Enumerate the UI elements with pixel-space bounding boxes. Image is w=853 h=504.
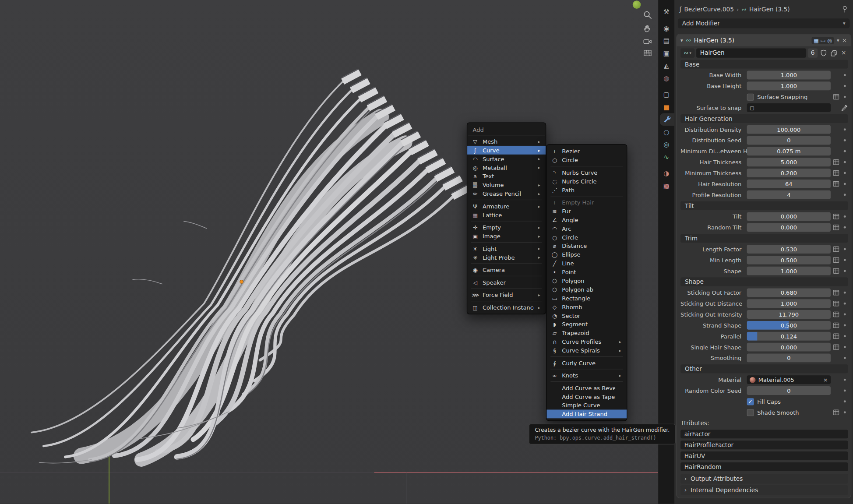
section-header-trim[interactable]: Trim xyxy=(680,234,848,243)
users-count-button[interactable]: 6 xyxy=(808,49,818,58)
attribute-toggle-hair-resolution[interactable] xyxy=(831,180,841,187)
attribute-toggle-hair-thickness[interactable] xyxy=(831,159,841,166)
widget-shape[interactable]: 1.000 xyxy=(747,267,831,275)
add-menu-item-collection-instance[interactable]: ◫Collection Instance▸ xyxy=(467,303,546,312)
add-menu-item-text[interactable]: aText xyxy=(467,172,546,181)
expand-chevron-icon[interactable]: ▾ xyxy=(680,38,683,43)
add-menu-item-speaker[interactable]: ◁Speaker xyxy=(467,278,546,287)
realtime-display-toggle[interactable]: ▭ xyxy=(820,37,825,43)
subpanel-output-attributes[interactable]: ›Output Attributes xyxy=(680,474,848,483)
widget-surface-snapping[interactable]: Surface Snapping xyxy=(747,92,831,101)
material-selector[interactable]: Material.005× xyxy=(747,375,831,384)
curve-submenu-item-knots[interactable]: ∞Knots▸ xyxy=(547,371,627,380)
widget-hair-resolution[interactable]: 64 xyxy=(747,180,831,188)
add-modifier-button[interactable]: Add Modifier ▾ xyxy=(678,18,850,28)
add-menu-item-empty[interactable]: ✛Empty▸ xyxy=(467,223,546,232)
attribute-name-field-airfactor[interactable]: airFactor xyxy=(680,430,848,438)
decorator-shade-smooth[interactable] xyxy=(841,411,848,413)
decorator-strand-shape[interactable] xyxy=(841,324,848,326)
add-menu-item-armature[interactable]: ΨArmature▸ xyxy=(467,202,546,211)
decorator-base-width[interactable] xyxy=(841,74,848,76)
widget-base-width[interactable]: 1.000 xyxy=(747,70,831,79)
modifier-header[interactable]: ▾ ∾ HairGen (3.5) ▦ ▭ ◎ ▾ × xyxy=(677,34,851,46)
curve-submenu-item-trapezoid[interactable]: ▱Trapezoid xyxy=(547,328,627,337)
add-menu-item-mesh[interactable]: ▽Mesh▸ xyxy=(467,137,546,146)
widget-sticking-out-intensity[interactable]: 11.790 xyxy=(747,310,831,319)
curve-submenu-item-nurbs-curve[interactable]: ◝Nurbs Curve xyxy=(547,168,627,177)
add-menu-item-force-field[interactable]: ⋙Force Field▸ xyxy=(467,290,546,299)
widget-random-color-seed[interactable]: 0 xyxy=(747,386,831,395)
object-picker-surface-to-snap[interactable]: ▢ xyxy=(747,103,831,112)
decorator-length-factor[interactable] xyxy=(841,248,848,250)
tab-constraints[interactable]: ◎ xyxy=(658,138,674,151)
node-group-name-field[interactable]: HairGen xyxy=(696,49,806,58)
subpanel-internal-dependencies[interactable]: ›Internal Dependencies xyxy=(680,485,848,495)
widget-random-tilt[interactable]: 0.000 xyxy=(747,223,831,232)
attribute-toggle-sticking-out-distance[interactable] xyxy=(831,300,841,307)
curve-submenu-item-bezier[interactable]: ≀Bezier xyxy=(547,147,627,155)
add-menu-item-surface[interactable]: ◠Surface▸ xyxy=(467,155,546,163)
section-header-tilt[interactable]: Tilt xyxy=(680,201,848,210)
widget-distribution-density[interactable]: 100.000 xyxy=(747,125,831,134)
section-header-base[interactable]: Base xyxy=(680,60,848,69)
breadcrumb-modifier[interactable]: HairGen (3.5) xyxy=(749,6,790,13)
attribute-toggle-single-hair-shape[interactable] xyxy=(831,344,841,350)
tab-modifiers[interactable] xyxy=(660,113,675,126)
tab-object-data[interactable]: ∿ xyxy=(658,151,674,163)
attribute-toggle-random-tilt[interactable] xyxy=(831,224,841,231)
widget-strand-shape[interactable]: 0.500 xyxy=(747,321,831,330)
eyedropper-icon[interactable] xyxy=(841,104,848,111)
zoom-icon[interactable] xyxy=(643,11,652,20)
attribute-name-field-hairuv[interactable]: HairUV xyxy=(680,451,848,460)
curve-submenu-item-line[interactable]: ╱Line xyxy=(547,259,627,268)
checkbox-surface-snapping[interactable] xyxy=(747,93,754,100)
add-menu-item-light-probe[interactable]: ✳Light Probe▸ xyxy=(467,253,546,262)
curve-submenu-item-rectangle[interactable]: ▭Rectangle xyxy=(547,294,627,303)
decorator-profile-resolution[interactable] xyxy=(841,194,848,196)
widget-single-hair-shape[interactable]: 0.000 xyxy=(747,343,831,352)
decorator-single-hair-shape[interactable] xyxy=(841,346,848,348)
unlink-material-icon[interactable]: × xyxy=(823,377,828,383)
attribute-toggle-minimum-thickness[interactable] xyxy=(831,170,841,176)
decorator-hair-thickness[interactable] xyxy=(841,161,848,163)
curve-submenu-item-add-curve-as-taper[interactable]: Add Curve as Taper xyxy=(547,392,627,401)
browse-node-group-button[interactable]: ∾▾ xyxy=(680,49,694,58)
section-header-other[interactable]: Other xyxy=(680,364,848,373)
add-menu-item-lattice[interactable]: ▦Lattice xyxy=(467,211,546,219)
attribute-toggle-parallel[interactable] xyxy=(831,333,841,339)
tab-collection[interactable]: ▢ xyxy=(658,88,674,101)
nav-gizmo-axis-ball[interactable] xyxy=(633,0,641,9)
attribute-toggle-sticking-out-intensity[interactable] xyxy=(831,311,841,318)
attribute-toggle-shade-smooth[interactable] xyxy=(831,409,841,416)
curve-submenu-item-empty-hair[interactable]: ≀Empty Hair xyxy=(547,198,627,207)
extras-chevron-icon[interactable]: ▾ xyxy=(837,38,839,43)
curve-submenu-item-curly-curve[interactable]: ∮Curly Curve xyxy=(547,359,627,367)
ortho-grid-icon[interactable] xyxy=(643,49,652,58)
section-header-hair-generation[interactable]: Hair Generation xyxy=(680,114,848,123)
widget-fill-caps[interactable]: ✓Fill Caps xyxy=(747,397,831,406)
curve-submenu-item-add-curve-as-bevel[interactable]: Add Curve as Bevel xyxy=(547,384,627,392)
tab-world[interactable]: ◍ xyxy=(658,72,674,85)
widget-smoothing[interactable]: 0 xyxy=(747,353,831,362)
editmode-display-toggle[interactable]: ▦ xyxy=(814,37,819,43)
curve-submenu-item-segment[interactable]: ◗Segment xyxy=(547,320,627,328)
tab-material[interactable]: ◑ xyxy=(658,167,674,180)
unlink-node-group-icon[interactable]: × xyxy=(840,49,847,56)
curve-submenu-item-curve-profiles[interactable]: ∩Curve Profiles▸ xyxy=(547,337,627,346)
duplicate-node-group-icon[interactable] xyxy=(830,50,839,56)
widget-distribution-seed[interactable]: 0 xyxy=(747,136,831,145)
curve-submenu-item-add-hair-strand[interactable]: Add Hair Strand xyxy=(547,409,627,418)
decorator-hair-resolution[interactable] xyxy=(841,183,848,185)
curve-submenu-item-sector[interactable]: ◔Sector xyxy=(547,311,627,320)
add-menu-item-volume[interactable]: ▒Volume▸ xyxy=(467,180,546,189)
decorator-random-tilt[interactable] xyxy=(841,226,848,229)
curve-submenu-item-curve-spirals[interactable]: §Curve Spirals▸ xyxy=(547,346,627,355)
decorator-material[interactable] xyxy=(841,379,848,381)
close-modifier-icon[interactable]: × xyxy=(842,37,847,44)
tab-view-layer[interactable]: ▣ xyxy=(658,47,674,60)
camera-view-icon[interactable] xyxy=(643,37,652,46)
attribute-toggle-length-factor[interactable] xyxy=(831,246,841,253)
decorator-sticking-out-distance[interactable] xyxy=(841,303,848,305)
curve-submenu-item-circle[interactable]: ○Circle xyxy=(547,155,627,164)
tab-render[interactable]: ◉ xyxy=(658,22,674,35)
